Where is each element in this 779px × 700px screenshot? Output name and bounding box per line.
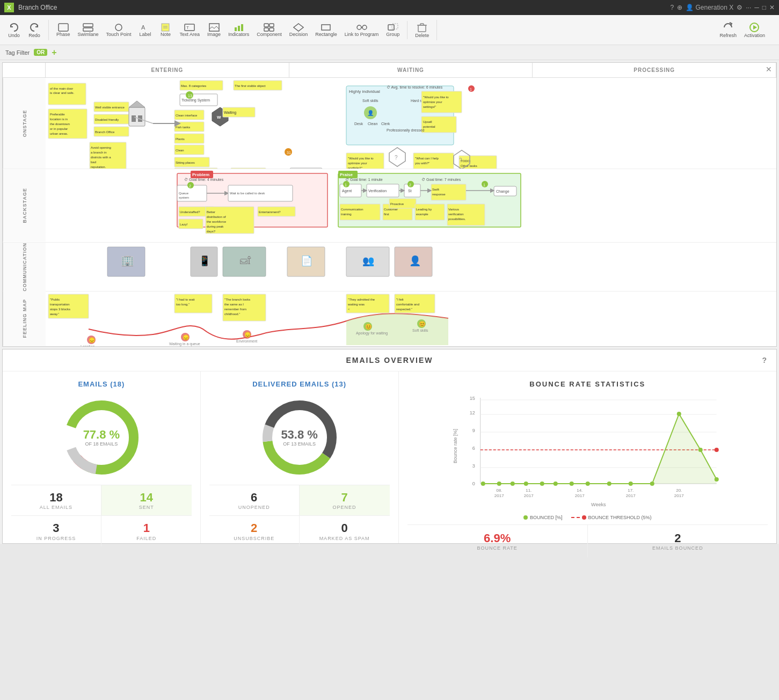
svg-rect-12: [238, 26, 240, 31]
network-icon[interactable]: ⊕: [677, 4, 682, 11]
svg-text:⏱ Goal time: 7 minutes: ⏱ Goal time: 7 minutes: [421, 178, 461, 181]
decision-button[interactable]: Decision: [286, 21, 311, 39]
emails-percentage: 77.8 %: [83, 428, 120, 441]
svg-text:is clear and safe.: is clear and safe.: [50, 91, 75, 94]
touchpoint-button[interactable]: Touch Point: [103, 21, 135, 39]
spam-label: MARKED AS SPAM: [305, 536, 384, 541]
delivered-column: DELIVERED EMAILS (13) 53.8 % OF 13 EMAIL…: [201, 371, 399, 543]
svg-marker-44: [129, 101, 145, 107]
emails-panel-help[interactable]: ?: [762, 356, 768, 364]
emails-panel-title: EMAILS OVERVIEW: [346, 356, 433, 364]
label-button[interactable]: A Label: [136, 21, 155, 39]
svg-text:response: response: [432, 193, 446, 196]
svg-marker-18: [294, 24, 303, 31]
activation-button[interactable]: Activation: [741, 20, 768, 40]
svg-rect-42: [132, 115, 136, 122]
in-progress-label: IN PROGRESS: [17, 536, 96, 541]
swimlane-button[interactable]: Swimlane: [75, 21, 102, 39]
canvas-close-button[interactable]: ✕: [766, 65, 772, 74]
column-waiting: WAITING: [289, 63, 533, 77]
close-icon[interactable]: ✕: [769, 4, 775, 11]
svg-text:2: 2: [189, 184, 191, 188]
image-button[interactable]: Image: [204, 21, 224, 39]
spam-value: 0: [305, 521, 384, 535]
svg-text:days?: days?: [207, 230, 216, 233]
refresh-button[interactable]: Refresh: [716, 20, 740, 40]
onstage-label: ONSTAGE: [3, 78, 46, 169]
help-icon[interactable]: ?: [670, 4, 674, 11]
backstage-content[interactable]: Problem ⏱ Goal time: 4 minutes Queue sys…: [46, 169, 776, 242]
maximize-icon[interactable]: □: [762, 4, 766, 11]
phase-button[interactable]: Phase: [53, 21, 74, 39]
svg-text:optimize your: optimize your: [423, 100, 442, 104]
bounce-rate-label: BOUNCE RATE: [414, 545, 581, 551]
delivered-donut-center: 53.8 % OF 13 EMAILS: [281, 428, 318, 447]
canvas-corner: [3, 63, 46, 77]
svg-text:"Would you like to: "Would you like to: [423, 96, 449, 99]
sent-label: SENT: [107, 505, 186, 510]
svg-text:the downtown: the downtown: [50, 122, 70, 126]
svg-point-279: [523, 482, 528, 486]
svg-rect-11: [235, 27, 237, 31]
component-button[interactable]: Component: [253, 21, 285, 39]
svg-text:a branch in: a branch in: [91, 151, 107, 154]
sent-value: 14: [107, 491, 186, 505]
opened-label: OPENED: [305, 505, 384, 510]
unsubscribe-value: 2: [215, 521, 294, 535]
svg-text:Clean: Clean: [176, 149, 184, 152]
svg-text:"They admitted the: "They admitted the: [348, 298, 375, 301]
svg-text:Proactive: Proactive: [390, 202, 404, 206]
toolbar-actions: Delete: [412, 20, 437, 40]
svg-text:😊: 😊: [365, 323, 372, 330]
redo-button[interactable]: Redo: [25, 20, 44, 40]
emails-bounced-label: EMAILS BOUNCED: [594, 545, 761, 551]
svg-text:you with?": you with?": [415, 162, 429, 165]
more-icon[interactable]: ···: [746, 4, 751, 11]
settings-icon[interactable]: ⚙: [737, 4, 742, 11]
svg-text:?: ?: [459, 157, 462, 163]
link-to-program-button[interactable]: Link to Program: [341, 21, 382, 39]
onstage-content[interactable]: of the main door is clear and safe. Well…: [46, 78, 776, 169]
svg-marker-31: [753, 25, 757, 30]
svg-text:Ticketing System: Ticketing System: [181, 98, 210, 103]
svg-text:"I had to wait: "I had to wait: [176, 298, 195, 301]
svg-text:1: 1: [470, 88, 472, 91]
svg-rect-41: [129, 107, 145, 126]
svg-text:2017: 2017: [625, 493, 635, 498]
bounce-bottom-stats: 6.9% BOUNCE RATE 2 EMAILS BOUNCED: [407, 524, 768, 557]
all-emails-cell: 18 ALL EMAILS: [11, 485, 101, 516]
delete-button[interactable]: Delete: [412, 20, 432, 40]
svg-rect-17: [270, 28, 274, 31]
svg-point-285: [628, 482, 632, 486]
note-button[interactable]: Note: [156, 21, 176, 39]
svg-text:Highly individual: Highly individual: [349, 89, 380, 94]
svg-point-284: [607, 482, 611, 486]
indicators-button[interactable]: Indicators: [225, 21, 252, 39]
unopened-label: UNOPENED: [215, 505, 294, 510]
svg-text:respected.": respected.": [396, 308, 412, 311]
svg-text:👤: 👤: [367, 110, 374, 116]
user-icon[interactable]: 👤 Generation X: [686, 4, 733, 11]
group-button[interactable]: Group: [383, 21, 403, 39]
rectangle-button[interactable]: Rectangle: [312, 21, 340, 39]
svg-text:😞: 😞: [244, 331, 251, 338]
svg-rect-169: [340, 204, 380, 220]
svg-text:Entertainment?: Entertainment?: [259, 210, 281, 214]
svg-text:Upsell: Upsell: [423, 120, 432, 123]
minimize-icon[interactable]: ─: [754, 4, 759, 11]
communication-label: COMMUNICATION: [3, 243, 46, 291]
emails-panel-body: EMAILS (18) 77.8 % OF 18 EMAILS: [3, 371, 776, 543]
svg-rect-106: [174, 168, 217, 169]
tag-filter-add[interactable]: +: [52, 48, 56, 57]
svg-text:Soft skills: Soft skills: [412, 329, 428, 332]
all-emails-label: ALL EMAILS: [17, 505, 96, 510]
bounce-rate-value: 6.9%: [414, 531, 581, 545]
undo-button[interactable]: Undo: [4, 20, 24, 40]
svg-rect-19: [322, 25, 330, 30]
feeling-map-content[interactable]: "Public transportation stops 3 blocks aw…: [46, 291, 776, 346]
svg-text:W: W: [217, 115, 221, 120]
svg-text:31: 31: [287, 151, 291, 155]
textarea-button[interactable]: T Text Area: [177, 21, 203, 39]
communication-content[interactable]: 🏢 📱 🛋 📄 👥: [46, 243, 776, 291]
svg-text:system: system: [179, 196, 189, 199]
